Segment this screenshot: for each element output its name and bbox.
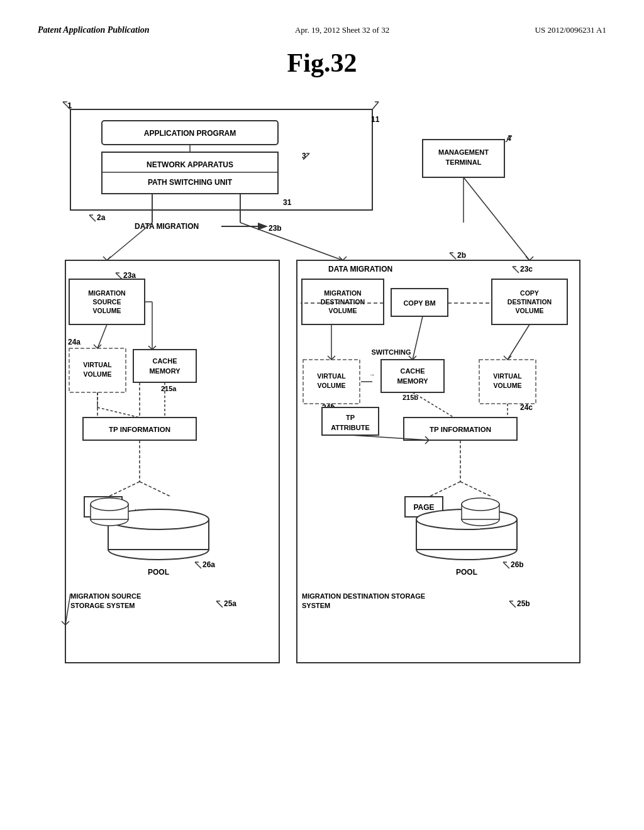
svg-text:1: 1: [67, 101, 72, 110]
svg-text:VIRTUAL: VIRTUAL: [493, 372, 522, 380]
svg-line-126: [503, 562, 509, 568]
svg-rect-112: [91, 504, 128, 519]
svg-rect-13: [102, 152, 278, 194]
svg-rect-18: [423, 140, 504, 177]
svg-text:24a: 24a: [68, 338, 80, 346]
svg-rect-102: [84, 497, 122, 517]
svg-point-110: [108, 509, 209, 529]
svg-line-157: [65, 594, 70, 625]
svg-text:31: 31: [283, 198, 292, 207]
svg-text:PATH SWITCHING UNIT: PATH SWITCHING UNIT: [148, 178, 233, 187]
svg-text:MANAGEMENT: MANAGEMENT: [438, 148, 489, 156]
svg-line-2: [63, 102, 70, 109]
svg-text:DESTINATION: DESTINATION: [321, 298, 365, 306]
svg-line-98: [140, 482, 171, 497]
svg-rect-118: [462, 504, 499, 519]
svg-rect-109: [108, 519, 209, 550]
svg-rect-67: [303, 360, 360, 404]
svg-line-136: [509, 601, 516, 607]
svg-text:COPY: COPY: [520, 289, 539, 297]
svg-rect-79: [133, 350, 196, 382]
svg-text:NETWORK APPARATUS: NETWORK APPARATUS: [147, 160, 233, 169]
svg-rect-71: [479, 360, 536, 404]
svg-text:CACHE: CACHE: [152, 357, 177, 365]
header-right: US 2012/0096231 A1: [535, 25, 606, 35]
svg-line-54: [513, 267, 519, 273]
svg-text:MEMORY: MEMORY: [149, 367, 180, 375]
svg-text:TP INFORMATION: TP INFORMATION: [430, 426, 491, 433]
header: Patent Application Publication Apr. 19, …: [38, 25, 606, 35]
svg-line-131: [216, 601, 223, 607]
svg-text:MIGRATION: MIGRATION: [88, 289, 125, 297]
svg-point-111: [91, 513, 128, 526]
svg-text:TERMINAL: TERMINAL: [446, 158, 482, 166]
svg-line-100: [429, 482, 460, 497]
svg-line-5: [372, 102, 379, 109]
svg-line-11: [303, 153, 309, 160]
svg-text:SYSTEM: SYSTEM: [302, 602, 330, 609]
svg-text:VIRTUAL: VIRTUAL: [317, 372, 346, 380]
diagram: 1 11 APPLICATION PROGRAM 3 NETWORK APPAR…: [52, 97, 592, 763]
svg-text:11: 11: [371, 115, 380, 124]
svg-text:VOLUME: VOLUME: [494, 382, 522, 389]
svg-rect-90: [83, 418, 196, 440]
svg-line-139: [107, 223, 152, 260]
svg-line-147: [97, 407, 140, 418]
svg-rect-87: [322, 407, 379, 435]
svg-rect-63: [69, 348, 126, 392]
svg-line-142: [464, 177, 530, 260]
svg-text:MEMORY: MEMORY: [397, 377, 428, 385]
svg-text:26a: 26a: [203, 560, 215, 569]
svg-text:PAGE: PAGE: [413, 503, 434, 512]
svg-text:25b: 25b: [517, 599, 530, 608]
svg-text:←: ←: [413, 372, 419, 378]
svg-text:DATA MIGRATION: DATA MIGRATION: [135, 222, 199, 231]
svg-line-28: [89, 215, 96, 221]
svg-rect-92: [404, 418, 517, 440]
svg-text:POOL: POOL: [148, 568, 169, 577]
svg-rect-35: [297, 260, 580, 663]
svg-text:POOL: POOL: [456, 568, 477, 577]
svg-text:MIGRATION SOURCE: MIGRATION SOURCE: [70, 592, 141, 600]
svg-line-151: [413, 316, 423, 360]
svg-text:VOLUME: VOLUME: [516, 307, 544, 314]
svg-text:2b: 2b: [457, 251, 466, 260]
svg-line-122: [195, 562, 201, 568]
svg-text:VOLUME: VOLUME: [84, 370, 112, 378]
svg-rect-104: [405, 497, 443, 517]
svg-text:25a: 25a: [224, 599, 236, 608]
svg-point-114: [416, 540, 517, 560]
svg-rect-83: [381, 360, 444, 392]
svg-rect-47: [391, 289, 448, 316]
header-center: Apr. 19, 2012 Sheet 32 of 32: [295, 25, 389, 35]
svg-text:VOLUME: VOLUME: [329, 307, 357, 314]
svg-text:215a: 215a: [161, 385, 177, 392]
svg-rect-0: [70, 109, 372, 210]
svg-rect-56: [492, 279, 567, 324]
figure-title: Fig.32: [38, 48, 606, 78]
svg-rect-34: [65, 260, 279, 663]
svg-text:215b: 215b: [402, 394, 418, 401]
svg-line-143: [97, 324, 107, 348]
svg-rect-7: [102, 121, 278, 145]
header-left: Patent Application Publication: [38, 25, 150, 35]
svg-line-51: [450, 253, 456, 259]
svg-text:VIRTUAL: VIRTUAL: [83, 361, 112, 368]
svg-text:→: →: [369, 372, 375, 378]
svg-text:SOURCE: SOURCE: [93, 298, 121, 306]
svg-point-116: [416, 509, 517, 529]
svg-text:24b: 24b: [322, 403, 335, 412]
page: Patent Application Publication Apr. 19, …: [0, 0, 644, 830]
svg-text:MIGRATION DESTINATION STORAGE: MIGRATION DESTINATION STORAGE: [302, 592, 425, 600]
svg-text:...: ...: [455, 502, 463, 512]
svg-text:26b: 26b: [511, 560, 524, 569]
svg-line-150: [508, 324, 530, 360]
svg-line-152: [331, 404, 335, 407]
svg-text:24c: 24c: [520, 403, 533, 412]
svg-point-108: [108, 540, 209, 560]
svg-line-156: [350, 435, 429, 440]
svg-text:VOLUME: VOLUME: [318, 382, 346, 389]
svg-text:CACHE: CACHE: [400, 367, 425, 375]
diagram-svg: 1 11 APPLICATION PROGRAM 3 NETWORK APPAR…: [52, 97, 592, 763]
svg-line-101: [460, 482, 492, 497]
